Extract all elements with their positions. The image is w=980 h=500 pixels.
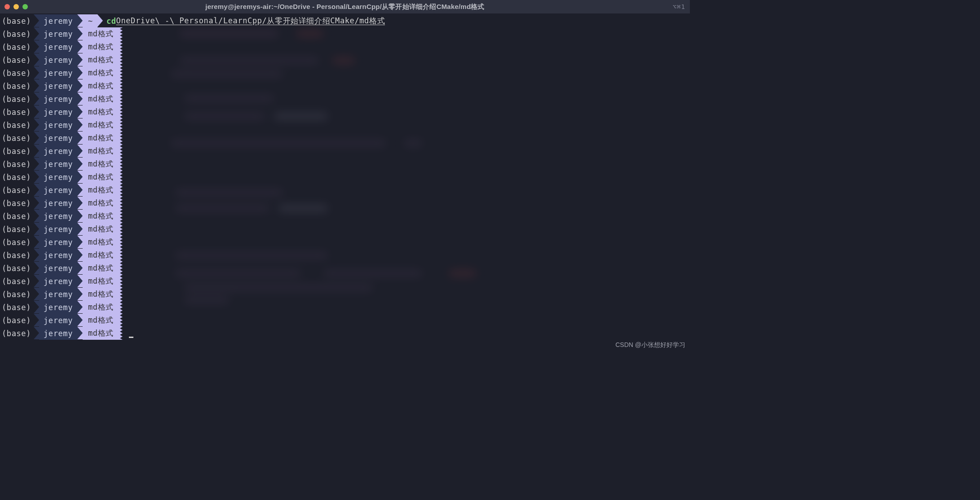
watermark: CSDN @小张想好好学习 [615,341,685,349]
separator-icon [77,27,83,40]
prompt-cwd: md格式 [83,210,118,223]
terminal-line: (base)jeremymd格式 [0,249,690,262]
terminal-line: (base)jeremymd格式 [0,53,690,66]
terminal-line: (base)jeremymd格式 [0,236,690,249]
separator-icon [34,79,39,92]
minimize-icon[interactable] [13,4,19,9]
prompt-cwd: md格式 [83,53,118,66]
prompt-cwd: md格式 [83,105,118,118]
separator-icon [77,249,83,261]
prompt-env: (base) [0,27,34,40]
prompt-cwd: md格式 [83,288,118,301]
separator-icon [77,14,83,27]
prompt-env: (base) [0,210,34,223]
separator-zigzag-icon [118,314,125,327]
separator-icon [34,132,39,144]
separator-zigzag-icon [118,249,125,262]
prompt-cwd: md格式 [83,223,118,236]
separator-icon [34,40,39,53]
separator-icon [77,40,83,53]
prompt-cwd: md格式 [83,262,118,275]
prompt-env: (base) [0,79,34,92]
prompt-cwd: md格式 [83,66,118,79]
prompt-env: (base) [0,53,34,66]
separator-icon [77,197,83,209]
separator-icon [34,145,39,157]
terminal-line: (base)jeremymd格式 [0,223,690,236]
separator-icon [34,197,39,209]
tab-indicator: ⌥⌘1 [673,3,685,10]
terminal-line: (base)jeremymd格式 [0,327,690,340]
terminal-line: (base)jeremymd格式 [0,314,690,327]
prompt-user: jeremy [39,92,77,105]
prompt-env: (base) [0,262,34,275]
separator-zigzag-icon [118,118,125,132]
prompt-user: jeremy [39,27,77,40]
terminal-line: (base)jeremymd格式 [0,27,690,40]
prompt-env: (base) [0,132,34,145]
prompt-env: (base) [0,249,34,262]
prompt-env: (base) [0,105,34,118]
separator-arrow-icon [97,14,103,27]
prompt-user: jeremy [39,171,77,184]
prompt-cwd: md格式 [83,92,118,105]
prompt-env: (base) [0,184,34,197]
window-title: jeremy@jeremys-air:~/OneDrive - Personal… [0,3,690,11]
separator-icon [77,288,83,300]
separator-icon [34,210,39,222]
close-icon[interactable] [4,4,10,9]
separator-zigzag-icon [118,275,125,288]
separator-icon [34,66,39,79]
prompt-env: (base) [0,301,34,314]
prompt-cwd: md格式 [83,275,118,288]
prompt-env: (base) [0,275,34,288]
separator-icon [34,327,39,339]
separator-icon [77,158,83,170]
prompt-cwd: md格式 [83,197,118,210]
prompt-cwd: md格式 [83,184,118,197]
prompt-user: jeremy [39,105,77,118]
separator-icon [34,314,39,326]
prompt-cwd: md格式 [83,40,118,53]
separator-icon [34,158,39,170]
separator-zigzag-icon [118,27,125,40]
separator-icon [77,145,83,157]
prompt-user: jeremy [39,223,77,236]
separator-icon [34,105,39,118]
prompt-cwd: md格式 [83,236,118,249]
prompt-env: (base) [0,197,34,210]
terminal-line: (base)jeremymd格式 [0,132,690,145]
separator-icon [77,171,83,183]
separator-icon [34,118,39,131]
terminal-content[interactable]: (base)jeremy~ cd OneDrive\ -\ Personal/L… [0,13,690,340]
terminal-line: (base)jeremymd格式 [0,158,690,171]
prompt-env: (base) [0,14,34,27]
terminal-line: (base)jeremymd格式 [0,79,690,92]
separator-icon [34,92,39,105]
separator-icon [77,66,83,79]
separator-icon [77,262,83,274]
separator-icon [77,92,83,105]
prompt-cwd: md格式 [83,132,118,145]
terminal-line: (base)jeremymd格式 [0,262,690,275]
prompt-user: jeremy [39,275,77,288]
separator-icon [77,301,83,313]
terminal-line: (base)jeremymd格式 [0,288,690,301]
separator-zigzag-icon [118,184,125,197]
separator-zigzag-icon [118,288,125,301]
traffic-lights [4,4,28,9]
terminal-line: (base)jeremymd格式 [0,105,690,118]
prompt-cwd: md格式 [83,249,118,262]
zoom-icon[interactable] [22,4,28,9]
terminal-line: (base)jeremymd格式 [0,118,690,132]
prompt-user: jeremy [39,327,77,340]
separator-zigzag-icon [118,105,125,118]
prompt-user: jeremy [39,40,77,53]
prompt-user: jeremy [39,79,77,92]
separator-zigzag-icon [118,79,125,92]
prompt-env: (base) [0,145,34,158]
separator-zigzag-icon [118,223,125,236]
separator-zigzag-icon [118,171,125,184]
prompt-cwd: md格式 [83,79,118,92]
prompt-user: jeremy [39,53,77,66]
